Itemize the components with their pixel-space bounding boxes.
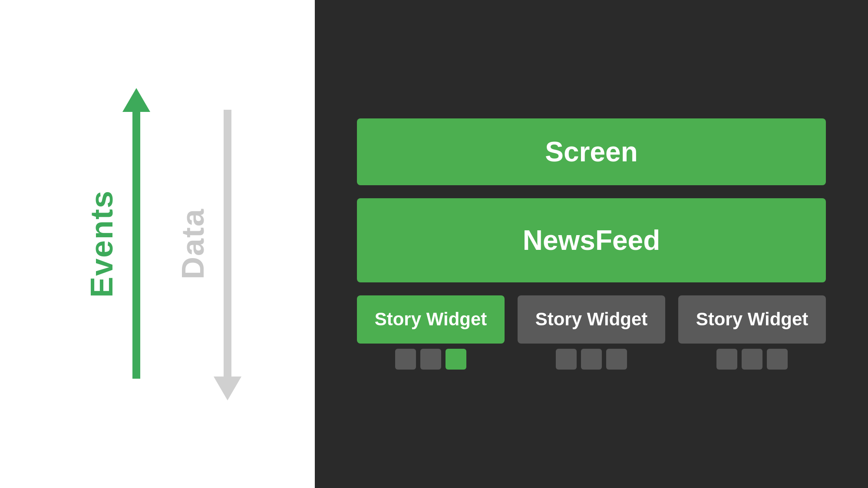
story-widget-box-3: Story Widget [678, 295, 826, 343]
dots-row-2 [556, 349, 627, 370]
dots-row-1 [395, 349, 466, 370]
dot-3-3 [767, 349, 788, 370]
screen-label: Screen [545, 136, 637, 168]
dot-2-1 [556, 349, 577, 370]
events-label: Events [84, 190, 119, 298]
dot-3-1 [716, 349, 737, 370]
data-arrow-group: Data [175, 92, 231, 396]
story-widget-box-2: Story Widget [518, 295, 665, 343]
events-arrow-group: Events [84, 92, 140, 396]
story-widget-box-1: Story Widget [357, 295, 505, 343]
arrows-container: Events Data [84, 92, 231, 396]
dots-row-3 [716, 349, 788, 370]
story-widget-label-2: Story Widget [535, 308, 648, 330]
newsfeed-label: NewsFeed [523, 224, 660, 256]
data-arrow-down [224, 110, 231, 379]
screen-box: Screen [357, 118, 826, 185]
dot-1-1 [395, 349, 416, 370]
dot-3-2 [742, 349, 762, 370]
dot-2-3 [606, 349, 627, 370]
story-widget-label-3: Story Widget [696, 308, 809, 330]
dot-2-2 [581, 349, 602, 370]
left-panel: Events Data [0, 0, 315, 488]
story-widget-group-2: Story Widget [518, 295, 665, 369]
story-widget-label-1: Story Widget [375, 308, 487, 330]
story-widget-group-3: Story Widget [678, 295, 826, 369]
newsfeed-box: NewsFeed [357, 198, 826, 282]
events-arrow-up [132, 110, 140, 379]
right-panel: Screen NewsFeed Story Widget Story Widge… [315, 0, 868, 488]
dot-1-3 [446, 349, 466, 370]
widgets-row: Story Widget Story Widget Story Widget [357, 295, 826, 369]
data-label: Data [175, 208, 211, 279]
story-widget-group-1: Story Widget [357, 295, 505, 369]
dot-1-2 [420, 349, 441, 370]
